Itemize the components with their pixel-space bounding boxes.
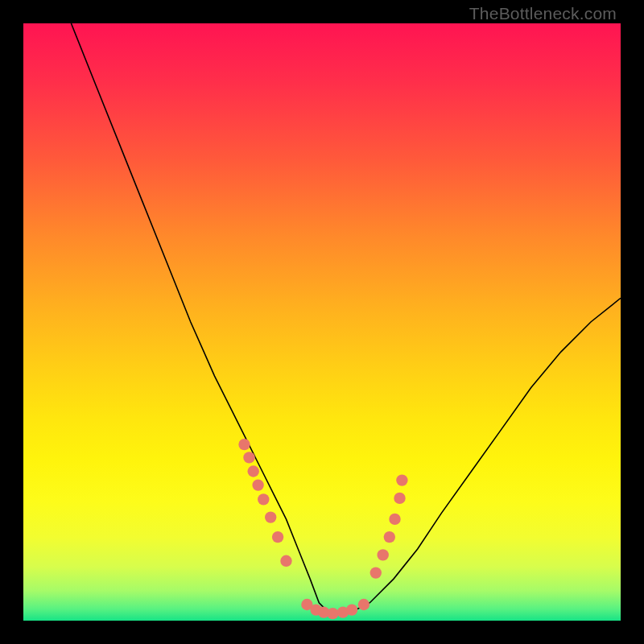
marker-dot xyxy=(252,479,263,490)
chart-svg xyxy=(23,23,621,621)
watermark-text: TheBottleneck.com xyxy=(469,4,617,23)
marker-dot xyxy=(384,531,395,543)
marker-dot xyxy=(378,549,389,560)
marker-dot xyxy=(389,514,400,525)
marker-dot xyxy=(327,608,338,619)
bottleneck-curve xyxy=(71,23,621,613)
marker-dot xyxy=(394,493,405,504)
marker-dot xyxy=(243,452,254,463)
marker-dot xyxy=(248,465,259,477)
marker-dot xyxy=(238,439,250,450)
curve-layer xyxy=(71,23,621,613)
marker-dot xyxy=(280,555,291,567)
outer-frame: TheBottleneck.com xyxy=(0,0,644,644)
marker-dot xyxy=(265,511,276,522)
marker-dot xyxy=(346,604,357,615)
marker-dot xyxy=(396,474,407,485)
marker-dot xyxy=(272,531,283,543)
marker-dot xyxy=(258,493,269,505)
marker-dot xyxy=(358,599,369,610)
plot-area xyxy=(23,23,621,621)
marker-dot xyxy=(370,567,382,578)
marker-layer xyxy=(238,439,407,619)
